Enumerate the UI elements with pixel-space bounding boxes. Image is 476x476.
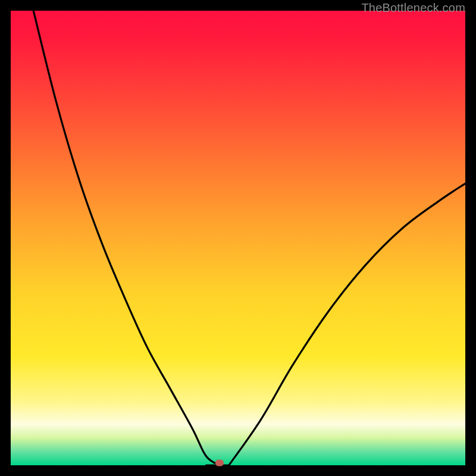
optimal-point-marker bbox=[215, 460, 224, 466]
chart-frame: TheBottleneck.com bbox=[0, 0, 476, 476]
bottleneck-curve bbox=[11, 11, 465, 465]
curve-left-branch bbox=[33, 11, 220, 465]
curve-right-branch bbox=[229, 183, 465, 465]
